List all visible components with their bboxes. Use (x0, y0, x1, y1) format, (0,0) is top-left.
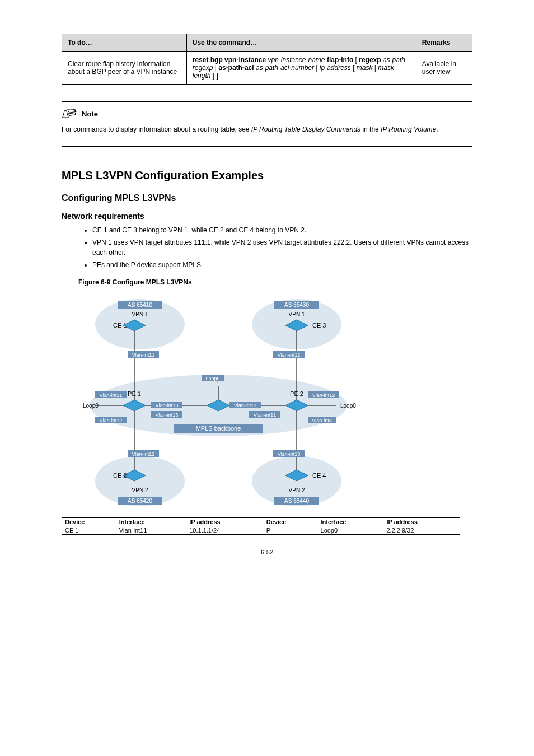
svg-text:VPN 2: VPN 2 (132, 487, 148, 493)
figure-caption: Figure 6-9 Configure MPLS L3VPNs (62, 278, 472, 286)
page-number: 6-52 (62, 549, 472, 556)
list-item: CE 1 and CE 3 belong to VPN 1, while CE … (92, 225, 472, 235)
addr-th: Device (62, 518, 116, 526)
note-block: Note For commands to display information… (62, 101, 472, 147)
cmd-desc: Clear route flap history information abo… (62, 52, 187, 85)
addr-td: 10.1.1.1/24 (186, 526, 263, 535)
svg-text:AS 65430: AS 65430 (284, 302, 309, 308)
svg-text:Vlan-int11: Vlan-int11 (132, 352, 155, 358)
note-title: Note (82, 110, 98, 118)
requirements-list: CE 1 and CE 3 belong to VPN 1, while CE … (62, 225, 472, 270)
svg-text:VPN 1: VPN 1 (132, 311, 148, 318)
heading-3: Network requirements (62, 212, 472, 221)
svg-text:CE 1: CE 1 (113, 322, 127, 329)
cmd-remarks: Available in user view (416, 52, 472, 85)
svg-text:Vlan-int13: Vlan-int13 (278, 451, 301, 457)
heading-2: Configuring MPLS L3VPNs (62, 193, 472, 203)
svg-text:Vlan-int11: Vlan-int11 (100, 393, 123, 398)
addr-th: Interface (116, 518, 186, 526)
svg-text:AS 65420: AS 65420 (128, 498, 152, 504)
cmd-th-3: Remarks (416, 34, 472, 52)
address-table: Device Interface IP address Device Inter… (62, 517, 460, 535)
svg-text:AS 65410: AS 65410 (128, 302, 152, 308)
heading-1: MPLS L3VPN Configuration Examples (62, 169, 472, 182)
addr-th: Device (263, 518, 317, 526)
addr-td: P (263, 526, 317, 535)
list-item: PEs and the P device support MPLS. (92, 260, 472, 270)
svg-text:Loop0: Loop0 (83, 403, 99, 409)
svg-text:Vlan-int11: Vlan-int11 (234, 403, 257, 408)
svg-text:Vlan-int11: Vlan-int11 (254, 412, 277, 418)
svg-text:AS 65440: AS 65440 (284, 498, 309, 504)
addr-td: 2.2.2.9/32 (383, 526, 460, 535)
svg-text:Vlan-int13: Vlan-int13 (156, 403, 179, 408)
svg-text:Vlan-int12: Vlan-int12 (132, 451, 155, 457)
addr-td: Loop0 (317, 526, 383, 535)
svg-text:Vlan-int13: Vlan-int13 (156, 412, 179, 418)
addr-th: Interface (317, 518, 383, 526)
svg-text:Vlan-int3: Vlan-int3 (312, 418, 332, 423)
svg-text:Vlan-int12: Vlan-int12 (312, 393, 335, 398)
svg-text:Loop0: Loop0 (205, 376, 219, 381)
svg-text:Loop0: Loop0 (340, 403, 356, 409)
svg-text:CE 3: CE 3 (312, 322, 326, 329)
cmd-th-1: To do… (62, 34, 187, 52)
svg-text:CE 2: CE 2 (113, 472, 127, 479)
cmd-command: reset bgp vpn-instance vpn-instance-name… (186, 52, 416, 85)
svg-text:VPN 2: VPN 2 (289, 487, 305, 493)
addr-td: Vlan-int11 (116, 526, 186, 535)
svg-text:MPLS backbone: MPLS backbone (196, 425, 241, 432)
svg-text:Vlan-int12: Vlan-int12 (278, 352, 301, 358)
cmd-th-2: Use the command… (186, 34, 416, 52)
list-item: VPN 1 uses VPN target attributes 111:1, … (92, 237, 472, 258)
command-table: To do… Use the command… Remarks Clear ro… (62, 34, 472, 85)
network-diagram: MPLS backbone MPLS backbone AS 65410 VPN… (62, 291, 375, 516)
addr-th: IP address (383, 518, 460, 526)
addr-td: CE 1 (62, 526, 116, 535)
svg-text:VPN 1: VPN 1 (289, 311, 305, 318)
svg-text:CE 4: CE 4 (312, 472, 326, 479)
note-text: For commands to display information abou… (62, 124, 472, 135)
addr-th: IP address (186, 518, 263, 526)
svg-text:Vlan-int12: Vlan-int12 (100, 418, 123, 423)
note-icon (62, 108, 77, 120)
